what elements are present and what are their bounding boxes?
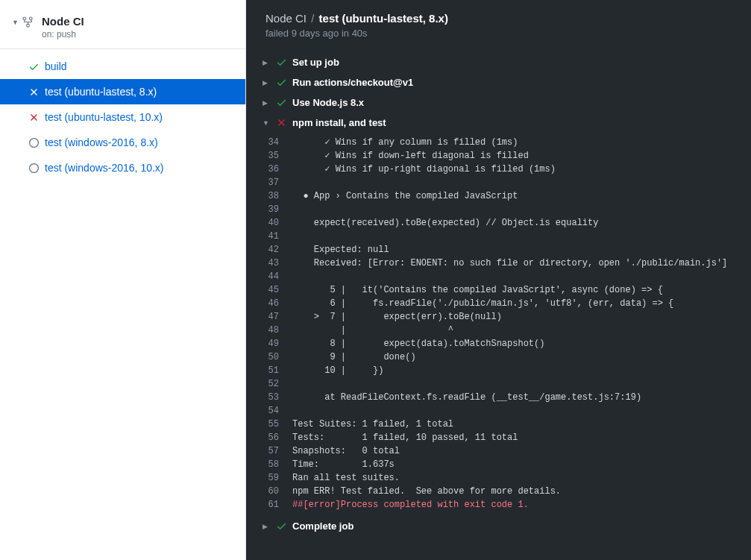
line-text: 6 | fs.readFile('./public/main.js', 'utf… <box>292 297 673 310</box>
step-row[interactable]: ▶Set up job <box>246 52 751 72</box>
caret-icon: ▼ <box>263 119 276 127</box>
line-number: 37 <box>263 176 292 189</box>
line-number: 52 <box>263 377 292 391</box>
log-line: 55Test Suites: 1 failed, 1 total <box>263 418 751 431</box>
check-icon <box>276 520 292 532</box>
line-number: 44 <box>263 270 292 283</box>
step-row[interactable]: ▶Use Node.js 8.x <box>246 92 751 113</box>
line-text: npm ERR! Test failed. See above for more… <box>292 485 561 498</box>
job-label: build <box>45 60 67 72</box>
log-line: 35 ✓ Wins if down-left diagonal is fille… <box>263 149 751 163</box>
log-output: 34 ✓ Wins if any column is filled (1ms)3… <box>263 136 751 512</box>
step-label: Use Node.js 8.x <box>292 97 364 108</box>
log-line: 34 ✓ Wins if any column is filled (1ms) <box>263 136 751 149</box>
caret-down-icon: ▼ <box>12 19 18 26</box>
line-number: 51 <box>263 364 292 377</box>
line-text: 5 | it('Contains the compiled JavaScript… <box>292 283 663 297</box>
line-number: 41 <box>263 230 292 243</box>
line-number: 46 <box>263 297 292 310</box>
line-text: > 7 | expect(err).toBe(null) <box>292 310 502 324</box>
log-line: 49 8 | expect(data).toMatchSnapshot() <box>263 337 751 350</box>
line-number: 36 <box>263 163 292 176</box>
line-number: 57 <box>263 444 292 458</box>
log-line: 50 9 | done() <box>263 350 751 364</box>
sidebar-job[interactable]: test (windows-2016, 8.x) <box>0 130 245 155</box>
log-line: 36 ✓ Wins if up-right diagonal is filled… <box>263 163 751 176</box>
step-label: Set up job <box>292 57 339 68</box>
line-text: ● App › Contains the compiled JavaScript <box>292 189 518 203</box>
line-text: Expected: null <box>292 243 389 257</box>
step-row[interactable]: ▶Complete job <box>246 516 751 536</box>
line-number: 38 <box>263 189 292 203</box>
log-line: 60npm ERR! Test failed. See above for mo… <box>263 485 751 498</box>
log-line: 56Tests: 1 failed, 10 passed, 11 total <box>263 431 751 444</box>
log-line: 61##[error]Process completed with exit c… <box>263 498 751 512</box>
x-icon <box>276 117 292 128</box>
pending-icon <box>28 163 45 174</box>
line-number: 50 <box>263 350 292 364</box>
line-text: Snapshots: 0 total <box>292 444 400 458</box>
job-label: test (ubuntu-lastest, 10.x) <box>45 111 163 123</box>
line-number: 39 <box>263 203 292 216</box>
step-label: npm install, and test <box>292 117 386 128</box>
job-label: test (windows-2016, 8.x) <box>45 136 158 148</box>
log-line: 54 <box>263 404 751 418</box>
line-number: 45 <box>263 283 292 297</box>
line-text: ##[error]Process completed with exit cod… <box>292 498 529 512</box>
sidebar-job[interactable]: test (windows-2016, 10.x) <box>0 155 245 180</box>
log-line: 44 <box>263 270 751 283</box>
log-line: 51 10 | }) <box>263 364 751 377</box>
step-row[interactable]: ▶Run actions/checkout@v1 <box>246 72 751 92</box>
line-number: 48 <box>263 324 292 337</box>
line-number: 43 <box>263 257 292 270</box>
line-number: 49 <box>263 337 292 350</box>
caret-icon: ▶ <box>263 99 276 107</box>
line-text: 10 | }) <box>292 364 383 377</box>
sidebar-job[interactable]: build <box>0 54 245 79</box>
line-number: 53 <box>263 391 292 404</box>
line-text: Test Suites: 1 failed, 1 total <box>292 418 453 431</box>
workflow-icon <box>22 16 37 28</box>
line-number: 34 <box>263 136 292 149</box>
line-number: 54 <box>263 404 292 418</box>
step-label: Run actions/checkout@v1 <box>292 77 413 88</box>
sidebar-job[interactable]: test (ubuntu-lastest, 10.x) <box>0 104 245 130</box>
line-text: at ReadFileContext.fs.readFile (__test__… <box>292 391 641 404</box>
step-label: Complete job <box>292 520 353 532</box>
line-text: Ran all test suites. <box>292 471 400 485</box>
log-line: 46 6 | fs.readFile('./public/main.js', '… <box>263 297 751 310</box>
main-panel: Node CI / test (ubuntu-lastest, 8.x) fai… <box>246 0 751 560</box>
line-number: 56 <box>263 431 292 444</box>
line-number: 58 <box>263 458 292 471</box>
line-text: Time: 1.637s <box>292 458 395 471</box>
check-icon <box>28 61 45 72</box>
caret-icon: ▶ <box>263 79 276 86</box>
log-line: 52 <box>263 377 751 391</box>
log-line: 41 <box>263 230 751 243</box>
log-line: 42 Expected: null <box>263 243 751 257</box>
log-line: 53 at ReadFileContext.fs.readFile (__tes… <box>263 391 751 404</box>
line-number: 40 <box>263 216 292 230</box>
line-number: 55 <box>263 418 292 431</box>
line-number: 47 <box>263 310 292 324</box>
check-icon <box>276 97 292 108</box>
check-icon <box>276 77 292 88</box>
job-header: Node CI / test (ubuntu-lastest, 8.x) fai… <box>246 0 751 49</box>
breadcrumb-job: test (ubuntu-lastest, 8.x) <box>319 12 448 25</box>
pending-icon <box>28 137 45 148</box>
line-text: 8 | expect(data).toMatchSnapshot() <box>292 337 544 350</box>
line-number: 60 <box>263 485 292 498</box>
sidebar-job[interactable]: test (ubuntu-lastest, 8.x) <box>0 79 245 104</box>
workflow-trigger: on: push <box>42 29 84 40</box>
line-text: ✓ Wins if up-right diagonal is filled (1… <box>292 163 556 176</box>
breadcrumb-workflow: Node CI <box>265 12 307 25</box>
breadcrumb: Node CI / test (ubuntu-lastest, 8.x) <box>265 12 732 25</box>
step-list: ▶Set up job▶Run actions/checkout@v1▶Use … <box>246 49 751 560</box>
caret-icon: ▶ <box>263 59 276 66</box>
line-text: Tests: 1 failed, 10 passed, 11 total <box>292 431 518 444</box>
workflow-header[interactable]: ▼ Node CI on: push <box>0 4 245 49</box>
step-row[interactable]: ▼npm install, and test <box>246 113 751 133</box>
workflow-name: Node CI <box>42 15 84 28</box>
line-text: 9 | done() <box>292 350 416 364</box>
log-line: 43 Received: [Error: ENOENT: no such fil… <box>263 257 751 270</box>
